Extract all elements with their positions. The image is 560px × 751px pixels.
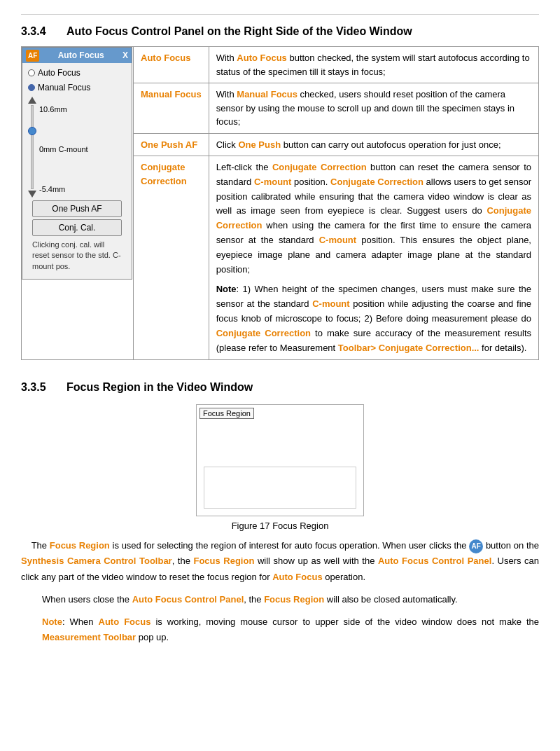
section-334-number: 3.3.4 — [21, 25, 52, 38]
body-text-2: When users close the Auto Focus Control … — [42, 592, 539, 607]
label-conjugate: ConjugateCorrection — [134, 156, 209, 360]
table-row-autofocus: AF Auto Focus X Auto Focus Manual Focus — [22, 47, 539, 83]
autofocus-table: AF Auto Focus X Auto Focus Manual Focus — [21, 46, 539, 360]
section-334-heading: 3.3.4 Auto Focus Control Panel on the Ri… — [21, 25, 539, 38]
section-335: 3.3.5 Focus Region in the Video Window F… — [21, 381, 539, 645]
autofocus-panel: AF Auto Focus X Auto Focus Manual Focus — [22, 47, 132, 280]
radio-autofocus[interactable]: Auto Focus — [28, 67, 126, 79]
label-onepushaf: One Push AF — [134, 133, 209, 156]
section-335-title: Focus Region in the Video Window — [66, 381, 253, 394]
label-autofocus: Auto Focus — [134, 47, 209, 83]
af-badge: AF — [26, 50, 39, 62]
inner-focus-box — [204, 467, 356, 509]
focus-region-label: Focus Region — [200, 408, 254, 419]
section-335-heading: 3.3.5 Focus Region in the Video Window — [21, 381, 539, 394]
focus-region-container: Focus Region Figure 17 Focus Region — [21, 404, 539, 531]
slider-handle[interactable] — [28, 127, 36, 135]
content-onepushaf: Click One Push button can carry out auto… — [209, 133, 538, 156]
radio-manualfocus-label: Manual Focus — [38, 81, 90, 94]
radio-autofocus-label: Auto Focus — [38, 67, 80, 79]
radio-manualfocus-circle — [28, 84, 35, 91]
section-334-title: Auto Focus Control Panel on the Right Si… — [66, 25, 412, 38]
content-autofocus: With Auto Focus button checked, the syst… — [209, 47, 538, 83]
figure-caption: Figure 17 Focus Region — [232, 521, 329, 531]
panel-title: Auto Focus — [58, 49, 104, 62]
section-335-number: 3.3.5 — [21, 381, 52, 394]
slider-value-bot: -5.4mm — [39, 184, 88, 195]
panel-note: Clicking conj. cal. will reset sensor to… — [28, 237, 126, 275]
label-manualfocus: Manual Focus — [134, 83, 209, 134]
close-button[interactable]: X — [122, 49, 128, 62]
radio-autofocus-circle — [28, 69, 35, 76]
focus-region-box: Focus Region — [196, 404, 364, 516]
panel-body: Auto Focus Manual Focus — [22, 63, 132, 279]
body-text-1: The Focus Region is used for selecting t… — [21, 538, 539, 584]
top-divider — [21, 14, 539, 15]
slider-arrow-down[interactable] — [28, 191, 36, 198]
conj-cal-button[interactable]: Conj. Cal. — [32, 219, 122, 236]
slider-arrow-up[interactable] — [28, 97, 36, 104]
slider-track[interactable] — [31, 105, 34, 189]
content-manualfocus: With Manual Focus checked, users should … — [209, 83, 538, 134]
slider-value-top: 10.6mm — [39, 104, 88, 116]
panel-title-bar: AF Auto Focus X — [22, 48, 132, 63]
slider-value-mid: 0mm C-mount — [39, 144, 88, 156]
content-conjugate: Left-click the Conjugate Correction butt… — [209, 156, 538, 360]
one-push-af-button[interactable]: One Push AF — [32, 200, 122, 217]
radio-manualfocus[interactable]: Manual Focus — [28, 81, 126, 94]
panel-column: AF Auto Focus X Auto Focus Manual Focus — [22, 47, 134, 360]
note-text: Note: When Auto Focus is working, moving… — [42, 614, 539, 645]
af-icon-inline: AF — [469, 539, 483, 553]
